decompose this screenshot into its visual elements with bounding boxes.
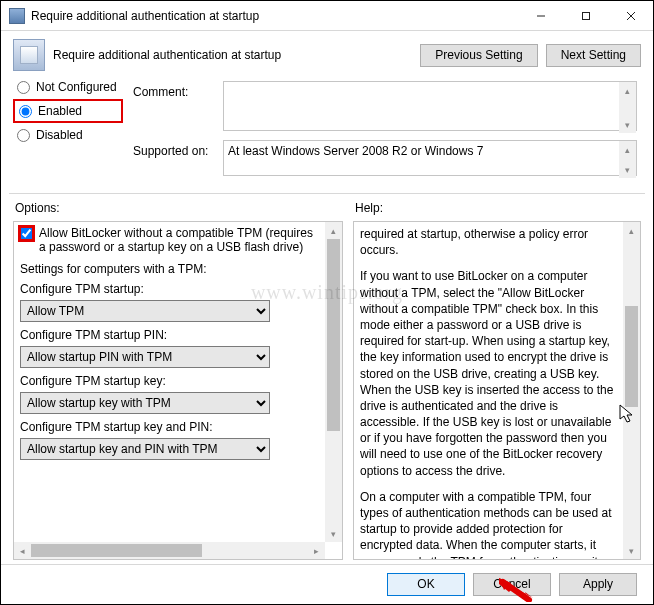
cancel-button[interactable]: Cancel	[473, 573, 551, 596]
minimize-button[interactable]	[518, 1, 563, 30]
ok-button[interactable]: OK	[387, 573, 465, 596]
help-heading: Help:	[355, 201, 641, 215]
allow-without-tpm-label: Allow BitLocker without a compatible TPM…	[39, 226, 319, 254]
scroll-thumb[interactable]	[625, 306, 638, 407]
tpm-startup-select[interactable]: Allow TPM	[20, 300, 270, 322]
scroll-down-icon[interactable]: ▾	[619, 116, 636, 133]
svg-rect-1	[582, 12, 589, 19]
header: Require additional authentication at sta…	[1, 31, 653, 77]
next-setting-button[interactable]: Next Setting	[546, 44, 641, 67]
radio-enabled[interactable]: Enabled	[13, 99, 123, 123]
radio-disabled-input[interactable]	[17, 129, 30, 142]
help-panel: required at startup, otherwise a policy …	[353, 221, 641, 560]
scroll-up-icon[interactable]: ▴	[623, 222, 640, 239]
options-heading: Options:	[15, 201, 343, 215]
supported-scrollbar[interactable]: ▴ ▾	[619, 141, 636, 178]
scroll-up-icon[interactable]: ▴	[619, 141, 636, 158]
help-vscrollbar[interactable]: ▴ ▾	[623, 222, 640, 559]
tpm-key-select[interactable]: Allow startup key with TPM	[20, 392, 270, 414]
options-hscrollbar[interactable]: ◂ ▸	[14, 542, 325, 559]
tpm-key-label: Configure TPM startup key:	[20, 374, 319, 388]
policy-icon	[13, 39, 45, 71]
help-paragraph: required at startup, otherwise a policy …	[360, 226, 617, 258]
radio-not-configured-label: Not Configured	[36, 80, 117, 94]
scroll-right-icon[interactable]: ▸	[308, 542, 325, 559]
comment-scrollbar[interactable]: ▴ ▾	[619, 82, 636, 133]
policy-title: Require additional authentication at sta…	[53, 48, 420, 62]
scroll-thumb[interactable]	[31, 544, 202, 557]
supported-label: Supported on:	[133, 140, 223, 158]
comment-label: Comment:	[133, 81, 223, 99]
radio-not-configured[interactable]: Not Configured	[13, 75, 123, 99]
help-paragraph: If you want to use BitLocker on a comput…	[360, 268, 617, 478]
previous-setting-button[interactable]: Previous Setting	[420, 44, 537, 67]
state-radio-group: Not Configured Enabled Disabled	[13, 75, 123, 147]
radio-enabled-input[interactable]	[19, 105, 32, 118]
radio-enabled-label: Enabled	[38, 104, 82, 118]
supported-on-value: At least Windows Server 2008 R2 or Windo…	[223, 140, 637, 176]
help-paragraph: On a computer with a compatible TPM, fou…	[360, 489, 617, 559]
scroll-up-icon[interactable]: ▴	[325, 222, 342, 239]
window-title: Require additional authentication at sta…	[31, 9, 518, 23]
comment-input[interactable]	[223, 81, 637, 131]
radio-disabled[interactable]: Disabled	[13, 123, 123, 147]
footer: OK Cancel Apply	[1, 564, 653, 604]
window-icon	[9, 8, 25, 24]
close-button[interactable]	[608, 1, 653, 30]
tpm-key-pin-label: Configure TPM startup key and PIN:	[20, 420, 319, 434]
tpm-pin-select[interactable]: Allow startup PIN with TPM	[20, 346, 270, 368]
tpm-settings-label: Settings for computers with a TPM:	[20, 262, 319, 276]
apply-button[interactable]: Apply	[559, 573, 637, 596]
scroll-left-icon[interactable]: ◂	[14, 542, 31, 559]
allow-without-tpm-checkbox[interactable]	[20, 227, 33, 240]
scroll-thumb[interactable]	[327, 239, 340, 431]
maximize-button[interactable]	[563, 1, 608, 30]
scroll-down-icon[interactable]: ▾	[619, 161, 636, 178]
scroll-up-icon[interactable]: ▴	[619, 82, 636, 99]
radio-disabled-label: Disabled	[36, 128, 83, 142]
tpm-pin-label: Configure TPM startup PIN:	[20, 328, 319, 342]
scroll-down-icon[interactable]: ▾	[325, 525, 342, 542]
tpm-key-pin-select[interactable]: Allow startup key and PIN with TPM	[20, 438, 270, 460]
options-vscrollbar[interactable]: ▴ ▾	[325, 222, 342, 542]
radio-not-configured-input[interactable]	[17, 81, 30, 94]
options-panel: Allow BitLocker without a compatible TPM…	[13, 221, 343, 560]
tpm-startup-label: Configure TPM startup:	[20, 282, 319, 296]
titlebar: Require additional authentication at sta…	[1, 1, 653, 31]
scroll-down-icon[interactable]: ▾	[623, 542, 640, 559]
